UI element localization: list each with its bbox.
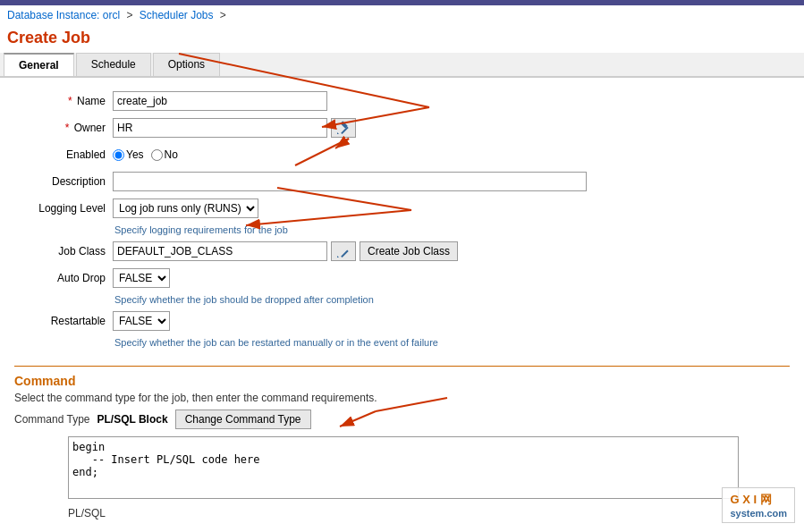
form-section: * Name * Owner [0,87,804,357]
command-area: Command Select the command type for the … [0,366,804,519]
enabled-row: Enabled Yes No [14,144,790,165]
name-required-star: * [68,95,72,107]
owner-row: * Owner [14,117,790,139]
owner-input[interactable] [113,118,327,138]
enabled-yes-label[interactable]: Yes [113,148,144,161]
owner-input-group [113,118,356,138]
enabled-label: Enabled [14,148,113,161]
breadcrumb-sep2: > [220,9,226,21]
restartable-hint: Specify whether the job can be restarted… [114,337,438,348]
change-command-type-button[interactable]: Change Command Type [175,410,311,429]
watermark: G X I 网 system.com [722,487,795,523]
auto-drop-row: Auto Drop FALSE TRUE [14,267,790,289]
command-type-label: Command Type [14,413,90,426]
plsql-label: PL/SQL [68,503,106,519]
job-class-search-button[interactable] [331,241,356,261]
tab-schedule[interactable]: Schedule [76,53,151,76]
pencil-icon [336,121,351,135]
logging-level-row: Logging Level Log job runs only (RUNS) [14,198,790,219]
restartable-select[interactable]: FALSE TRUE [113,311,170,331]
name-input[interactable] [113,91,327,111]
enabled-yes-radio[interactable] [113,149,124,161]
svg-marker-4 [337,256,339,258]
logging-level-label: Logging Level [14,202,113,215]
logging-hint: Specify logging requirements for the job [114,224,288,235]
name-label: * Name [14,95,113,107]
page-title: Create Job [0,25,804,53]
description-row: Description [14,171,790,192]
restartable-input-group: FALSE TRUE [113,311,170,331]
restartable-hint-row: Specify whether the job can be restarted… [14,337,790,348]
name-row: * Name [14,90,790,112]
owner-required-star: * [65,122,70,134]
owner-label: * Owner [14,122,113,134]
code-area-wrapper: begin -- Insert PL/SQL code here end; [68,436,781,502]
logging-level-select[interactable]: Log job runs only (RUNS) [113,198,258,218]
tab-general[interactable]: General [4,53,74,76]
auto-drop-hint: Specify whether the job should be droppe… [114,294,374,305]
svg-marker-1 [337,132,339,134]
create-job-class-button[interactable]: Create Job Class [360,241,458,261]
tab-options[interactable]: Options [153,53,220,76]
breadcrumb-sep1: > [126,9,135,21]
auto-drop-label: Auto Drop [14,272,113,284]
breadcrumb-scheduler-link[interactable]: Scheduler Jobs [140,9,214,21]
auto-drop-input-group: FALSE TRUE [113,268,170,288]
job-class-row: Job Class Create Job Class [14,241,790,262]
job-class-label: Job Class [14,245,113,258]
watermark-line2: system.com [730,508,787,519]
breadcrumb: Database Instance: orcl > Scheduler Jobs… [0,5,804,25]
logging-hint-row: Specify logging requirements for the job [14,224,790,235]
job-class-input[interactable] [113,241,327,261]
auto-drop-hint-row: Specify whether the job should be droppe… [14,294,790,305]
command-description: Select the command type for the job, the… [14,392,790,404]
description-input[interactable] [113,172,587,191]
command-type-row: Command Type PL/SQL Block Change Command… [14,410,790,429]
edit-icon [336,244,351,258]
enabled-radio-group: Yes No [113,148,178,161]
plsql-label-row: PL/SQL [68,503,790,519]
command-type-value: PL/SQL Block [97,413,168,426]
description-label: Description [14,175,113,188]
job-class-input-group: Create Job Class [113,241,458,261]
restartable-label: Restartable [14,315,113,327]
enabled-no-label[interactable]: No [151,148,178,161]
svg-rect-3 [341,250,348,258]
breadcrumb-db-link[interactable]: Database Instance: orcl [7,9,120,21]
restartable-row: Restartable FALSE TRUE [14,310,790,332]
watermark-line1: G X I 网 [730,492,787,508]
code-textarea[interactable]: begin -- Insert PL/SQL code here end; [68,436,739,499]
owner-search-button[interactable] [331,118,356,138]
page-wrapper: Database Instance: orcl > Scheduler Jobs… [0,0,804,532]
auto-drop-select[interactable]: FALSE TRUE [113,268,170,288]
section-divider [14,366,790,367]
command-section-title: Command [14,372,790,392]
tabs-bar: General Schedule Options [0,53,804,78]
enabled-no-radio[interactable] [151,149,163,161]
